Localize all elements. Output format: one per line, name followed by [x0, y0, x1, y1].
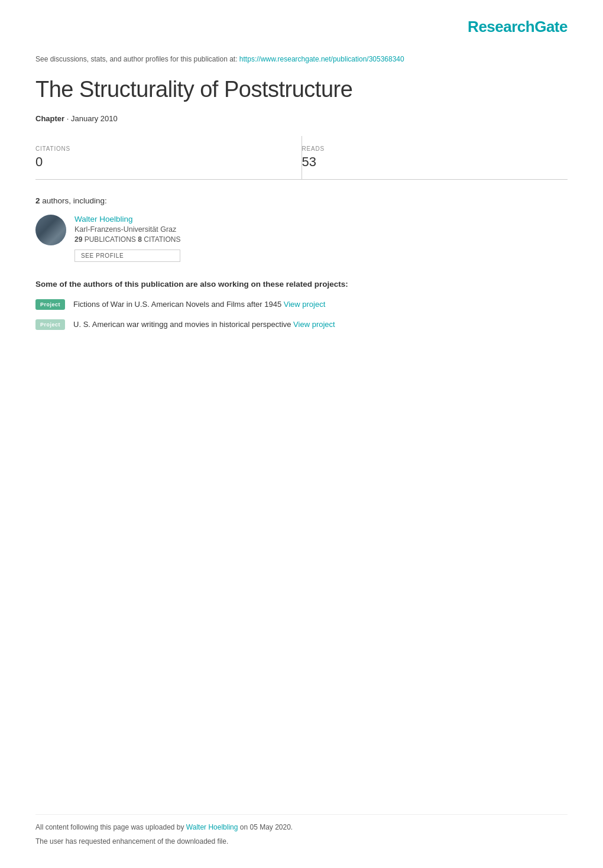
publications-label-text: PUBLICATIONS: [85, 235, 136, 244]
researchgate-logo: ResearchGate: [468, 18, 568, 36]
project-link-1[interactable]: View project: [284, 300, 326, 309]
stats-section: CITATIONS 0 READS 53: [35, 136, 568, 180]
publication-title: The Structurality of Poststructure: [35, 76, 568, 103]
reads-value: 53: [302, 154, 568, 170]
author-card: Walter Hoelbling Karl-Franzens-Universit…: [35, 215, 568, 262]
publication-type: Chapter: [35, 114, 64, 123]
footer-upload-text: All content following this page was uplo…: [35, 823, 186, 831]
project-text-2: U. S. American war writingg and movies i…: [73, 320, 335, 329]
top-notice-text: See discussions, stats, and author profi…: [35, 55, 239, 63]
footer-upload-date: on 05 May 2020.: [238, 823, 293, 831]
footer-upload-line: All content following this page was uplo…: [35, 822, 568, 833]
project-description-1: Fictions of War in U.S. American Novels …: [73, 300, 284, 309]
project-item-2: Project U. S. American war writingg and …: [35, 319, 568, 330]
related-projects-section: Some of the authors of this publication …: [35, 280, 568, 330]
top-notice: See discussions, stats, and author profi…: [35, 54, 568, 64]
header: ResearchGate: [35, 18, 568, 36]
author-avatar-image: [35, 215, 66, 245]
related-projects-heading: Some of the authors of this publication …: [35, 280, 568, 289]
reads-label: READS: [302, 145, 568, 152]
authors-count: 2: [35, 196, 40, 205]
authors-section: 2 authors, including: Walter Hoelbling K…: [35, 196, 568, 262]
citations-label-text: CITATIONS: [144, 235, 180, 244]
publication-link[interactable]: https://www.researchgate.net/publication…: [239, 55, 404, 63]
project-description-2: U. S. American war writingg and movies i…: [73, 320, 293, 329]
chapter-info: Chapter · January 2010: [35, 114, 568, 123]
authors-heading: 2 authors, including:: [35, 196, 568, 205]
footer-notice: The user has requested enhancement of th…: [35, 836, 568, 847]
chapter-separator: ·: [67, 114, 71, 123]
citations-label: CITATIONS: [35, 145, 302, 152]
author-name-link[interactable]: Walter Hoelbling: [74, 215, 180, 224]
citations-block: CITATIONS 0: [35, 136, 302, 179]
author-info: Walter Hoelbling Karl-Franzens-Universit…: [74, 215, 180, 262]
project-link-2[interactable]: View project: [293, 320, 335, 329]
project-text-1: Fictions of War in U.S. American Novels …: [73, 300, 325, 309]
project-item-1: Project Fictions of War in U.S. American…: [35, 299, 568, 310]
publications-count: 29: [74, 235, 82, 244]
page-footer: All content following this page was uplo…: [35, 814, 568, 850]
footer-author-link[interactable]: Walter Hoelbling: [186, 823, 238, 831]
author-affiliation: Karl-Franzens-Universität Graz: [74, 225, 180, 234]
publication-date: January 2010: [71, 114, 118, 123]
project-badge-2: Project: [35, 319, 65, 330]
authors-heading-suffix: authors, including:: [40, 196, 107, 205]
see-profile-button[interactable]: SEE PROFILE: [74, 250, 180, 262]
author-stats: 29 PUBLICATIONS 8 CITATIONS: [74, 235, 180, 244]
citations-value: 0: [35, 154, 302, 170]
author-avatar: [35, 215, 66, 245]
citations-count: 8: [138, 235, 142, 244]
project-badge-1: Project: [35, 299, 65, 310]
reads-block: READS 53: [302, 136, 568, 179]
